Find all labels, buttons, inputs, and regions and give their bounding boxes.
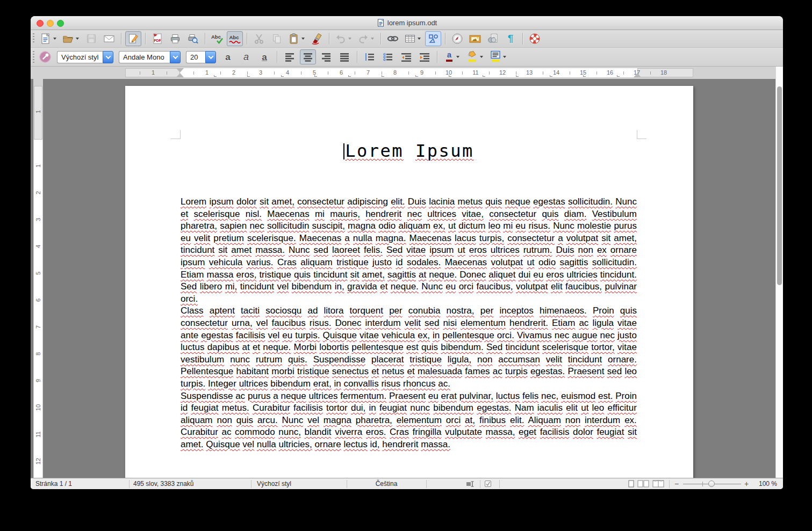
document-heading[interactable]: Lorem Ipsum (181, 139, 637, 163)
font-size-select[interactable]: 20 (186, 51, 216, 63)
word: ut (458, 245, 465, 255)
ordered-list-button[interactable] (362, 49, 378, 64)
word: ipsum (181, 257, 205, 267)
document-canvas[interactable]: 1 123456789101112 Lorem Ipsum Lorem ipsu… (31, 79, 775, 478)
left-indent-marker[interactable] (176, 73, 184, 77)
titlebar[interactable]: lorem ipsum.odt (31, 16, 783, 30)
ruler-number: 7 (367, 69, 370, 76)
help-button[interactable] (527, 31, 543, 46)
document-text[interactable]: Lorem Ipsum Lorem ipsum dolor sit amet, … (181, 139, 637, 450)
justify-button[interactable] (336, 49, 353, 64)
zoom-level[interactable]: 100 % (752, 478, 777, 489)
styles-button[interactable] (37, 49, 53, 64)
font-color-button[interactable]: a (442, 49, 463, 64)
multi-page-view-button[interactable] (637, 480, 649, 488)
language-status[interactable]: Čeština (347, 478, 426, 489)
new-document-icon (40, 33, 52, 45)
paragraph[interactable]: Suspendisse ac purus a neque ultrices fe… (181, 390, 637, 451)
align-center-button[interactable] (300, 49, 316, 64)
underline-button[interactable]: a (256, 49, 272, 64)
minimize-window-button[interactable] (47, 20, 54, 27)
unordered-list-button[interactable] (380, 49, 396, 64)
ruler-tick (489, 71, 490, 75)
email-document-button[interactable] (101, 31, 117, 46)
export-pdf-button[interactable]: PDF (149, 31, 166, 46)
word: orci (459, 281, 473, 292)
italic-button[interactable]: a (238, 49, 254, 64)
new-document-button[interactable] (38, 31, 59, 46)
decrease-indent-button[interactable] (398, 49, 414, 64)
page[interactable]: Lorem Ipsum Lorem ipsum dolor sit amet, … (125, 86, 693, 478)
zoom-window-button[interactable] (57, 20, 64, 27)
align-right-button[interactable] (318, 49, 334, 64)
zoom-out-button[interactable]: − (674, 478, 679, 489)
spelling-button[interactable]: Abc (209, 31, 225, 46)
close-window-button[interactable] (37, 20, 44, 27)
background-color-button[interactable] (488, 49, 509, 64)
chevron-down-icon[interactable] (170, 51, 181, 63)
edit-mode-button[interactable] (125, 31, 141, 46)
word: mi (315, 209, 325, 219)
word: amet (231, 245, 251, 255)
paste-button[interactable] (286, 31, 307, 46)
word: et (371, 366, 379, 376)
paragraph[interactable]: Class aptent taciti sociosqu ad litora t… (181, 305, 637, 390)
auto-spellcheck-button[interactable]: Abc (227, 31, 243, 46)
vertical-ruler[interactable]: 1 123456789101112 (33, 79, 43, 478)
zoom-in-button[interactable]: + (744, 478, 749, 489)
word: Curabitur (181, 427, 218, 437)
single-page-view-button[interactable] (628, 480, 634, 488)
word-count-status[interactable]: 495 slov, 3383 znaků (133, 478, 194, 489)
chevron-down-icon[interactable] (205, 51, 216, 63)
insert-table-button[interactable] (403, 31, 423, 46)
word: scelerisque (542, 342, 588, 352)
print-button[interactable] (167, 31, 183, 46)
highlight-color-button[interactable] (465, 49, 486, 64)
chevron-down-icon[interactable] (103, 51, 113, 63)
insert-mode-status[interactable] (466, 478, 475, 489)
document-icon (377, 19, 385, 27)
font-name-select[interactable]: Andale Mono (119, 51, 181, 63)
page-number-status[interactable]: Stránka 1 / 1 (35, 478, 72, 489)
zoom-slider-thumb[interactable] (708, 481, 715, 487)
word: sed (607, 366, 622, 376)
formatting-marks-button[interactable]: ¶ (502, 31, 519, 46)
paragraph-style-select[interactable]: Výchozí styl (57, 51, 113, 63)
word: ad (307, 305, 318, 316)
hyperlink-button[interactable] (385, 31, 401, 46)
chain-link-icon (386, 33, 399, 45)
first-line-indent-marker[interactable] (176, 68, 184, 72)
scrollbar-thumb[interactable] (777, 86, 782, 285)
navigator-button[interactable] (449, 31, 465, 46)
word: magna (324, 415, 351, 425)
book-view-button[interactable] (652, 480, 664, 488)
toolbar-grip[interactable] (33, 33, 34, 44)
print-preview-button[interactable] (185, 31, 201, 46)
word: ac (579, 318, 588, 328)
increase-indent-button[interactable] (416, 49, 433, 64)
word: himenaeos. (540, 305, 587, 316)
gallery-button[interactable] (467, 31, 483, 46)
word: tincidunt (181, 245, 214, 255)
paragraph[interactable]: Lorem ipsum dolor sit amet, consectetur … (181, 196, 637, 305)
word: vitae (360, 330, 379, 340)
document-modified-status[interactable] (484, 478, 492, 489)
page-style-status[interactable]: Výchozí styl (257, 478, 291, 489)
word: quis (236, 415, 253, 425)
word: Cras (277, 257, 297, 267)
clone-formatting-button[interactable] (309, 31, 325, 46)
data-sources-button[interactable] (485, 31, 501, 46)
word: ut (527, 257, 534, 267)
vertical-scrollbar[interactable] (775, 67, 783, 478)
align-left-button[interactable] (282, 49, 298, 64)
word: ipsum (429, 245, 454, 255)
toolbar-grip[interactable] (33, 51, 34, 63)
bold-button[interactable]: a (220, 49, 236, 64)
word: tristique (297, 366, 329, 376)
draw-functions-button[interactable] (425, 31, 441, 46)
horizontal-ruler[interactable]: L 1 123456789101112131415161718 (31, 67, 775, 79)
svg-text:Abc: Abc (211, 34, 221, 40)
open-button[interactable] (61, 31, 82, 46)
default-tab-stop-mark (583, 75, 586, 77)
right-indent-marker[interactable] (634, 73, 641, 77)
